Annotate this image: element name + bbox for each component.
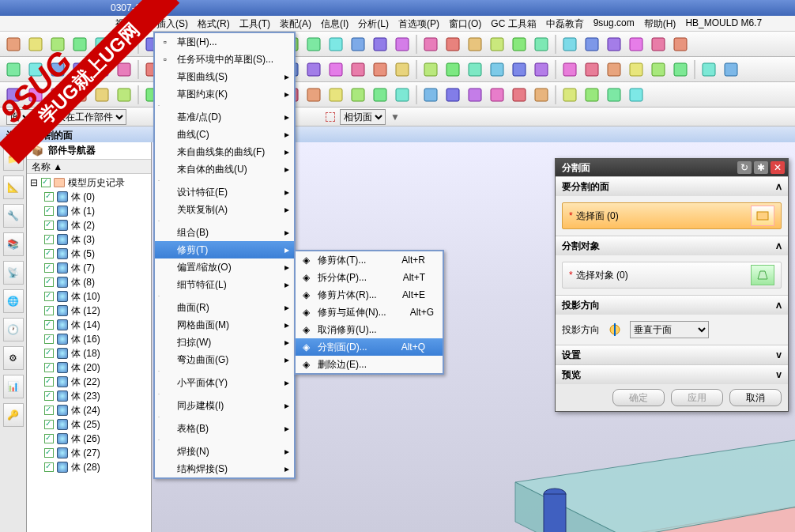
toolbar-button[interactable] bbox=[392, 34, 413, 55]
toolbar-button[interactable] bbox=[92, 59, 112, 80]
tree-item[interactable]: 体 (27) bbox=[30, 446, 148, 460]
menu-item[interactable]: ◈删除边(E)... bbox=[296, 356, 443, 373]
apply-button[interactable]: 应用 bbox=[671, 389, 723, 406]
toolbar-button[interactable] bbox=[721, 59, 741, 80]
tree-item[interactable]: 体 (28) bbox=[30, 460, 148, 474]
tree-item[interactable]: 体 (1) bbox=[30, 204, 148, 218]
toolbar-button[interactable] bbox=[509, 59, 529, 80]
toolbar-button[interactable] bbox=[487, 85, 507, 105]
toolbar-button[interactable] bbox=[648, 34, 669, 55]
tree-item[interactable]: 体 (23) bbox=[30, 389, 148, 403]
section-projection-header[interactable]: 投影方向ʌ bbox=[556, 296, 788, 315]
filter-select-1[interactable]: 面 bbox=[6, 109, 33, 125]
toolbar-button[interactable] bbox=[420, 59, 441, 80]
tree-item[interactable]: 体 (24) bbox=[30, 403, 148, 417]
dialog-titlebar[interactable]: 分割面 ↻ ✱ ✕ bbox=[556, 159, 788, 176]
toolbar-button[interactable] bbox=[509, 34, 529, 55]
navigator-column-header[interactable]: 名称 ▲ bbox=[27, 160, 151, 174]
menu-item[interactable]: 设计特征(E)▸ bbox=[155, 183, 294, 201]
toolbar-button[interactable] bbox=[465, 85, 485, 105]
tree-item[interactable]: 体 (22) bbox=[30, 375, 148, 389]
cancel-button[interactable]: 取消 bbox=[729, 389, 782, 406]
toolbar-button[interactable] bbox=[326, 59, 346, 80]
dialog-close-icon[interactable]: ✕ bbox=[771, 161, 785, 174]
toolbar-button[interactable] bbox=[3, 85, 24, 105]
menu-1[interactable]: 插入(S) bbox=[152, 16, 193, 31]
toolbar-button[interactable] bbox=[443, 34, 463, 55]
tree-item[interactable]: 体 (12) bbox=[30, 304, 148, 318]
section-settings-header[interactable]: 设置v bbox=[556, 345, 788, 364]
side-tab-3[interactable]: 📚 bbox=[3, 232, 24, 256]
toolbar-button[interactable] bbox=[370, 59, 390, 80]
toolbar-button[interactable] bbox=[465, 59, 485, 80]
side-tab-2[interactable]: 🔧 bbox=[3, 204, 24, 228]
toolbar-button[interactable] bbox=[303, 85, 324, 105]
toolbar-button[interactable] bbox=[531, 85, 552, 105]
tree-item[interactable]: 体 (16) bbox=[30, 332, 148, 346]
tree-item[interactable]: 体 (2) bbox=[30, 218, 148, 232]
toolbar-button[interactable] bbox=[348, 85, 368, 105]
select-face-row[interactable]: * 选择面 (0) bbox=[562, 202, 782, 229]
toolbar-button[interactable] bbox=[114, 59, 134, 80]
tree-root[interactable]: ⊟模型历史记录 bbox=[30, 175, 148, 190]
toolbar-button[interactable] bbox=[699, 59, 719, 80]
toolbar-button[interactable] bbox=[326, 85, 346, 105]
menu-3[interactable]: 工具(T) bbox=[235, 16, 275, 31]
menu-item[interactable]: 草图约束(K)▸ bbox=[155, 85, 294, 103]
menu-item[interactable]: 弯边曲面(G)▸ bbox=[155, 351, 294, 368]
menu-12[interactable]: 帮助(H) bbox=[639, 16, 681, 31]
toolbar-button[interactable] bbox=[114, 85, 134, 105]
toolbar-button[interactable] bbox=[392, 59, 413, 80]
side-tab-8[interactable]: 📊 bbox=[3, 375, 24, 398]
menu-item[interactable]: 曲线(C)▸ bbox=[155, 126, 294, 143]
toolbar-button[interactable] bbox=[25, 85, 46, 105]
toolbar-button[interactable] bbox=[604, 34, 624, 55]
toolbar-button[interactable] bbox=[443, 59, 463, 80]
toolbar-button[interactable] bbox=[626, 34, 646, 55]
menu-item[interactable]: 细节特征(L)▸ bbox=[155, 276, 294, 293]
toolbar-button[interactable] bbox=[3, 59, 24, 80]
tree-item[interactable]: 体 (8) bbox=[30, 275, 148, 289]
section-objects-header[interactable]: 分割对象ʌ bbox=[556, 236, 788, 255]
toolbar-button[interactable] bbox=[326, 34, 346, 55]
toolbar-button[interactable] bbox=[70, 59, 90, 80]
toolbar-button[interactable] bbox=[670, 34, 691, 55]
tree-item[interactable]: 体 (5) bbox=[30, 247, 148, 261]
toolbar-button[interactable] bbox=[487, 34, 507, 55]
menu-item[interactable]: 同步建模(I)▸ bbox=[155, 397, 294, 414]
menu-9[interactable]: GC 工具箱 bbox=[486, 16, 541, 31]
side-tab-9[interactable]: 🔑 bbox=[3, 403, 24, 427]
toolbar-button[interactable] bbox=[92, 85, 112, 105]
toolbar-button[interactable] bbox=[531, 59, 552, 80]
menu-item[interactable]: 曲面(R)▸ bbox=[155, 299, 294, 316]
filter-select-3[interactable]: 相切面 bbox=[340, 109, 386, 125]
menu-item[interactable]: 草图曲线(S)▸ bbox=[155, 68, 294, 85]
toolbar-button[interactable] bbox=[604, 59, 624, 80]
projection-select[interactable]: 垂直于面 bbox=[630, 321, 709, 338]
side-tab-7[interactable]: ⚙ bbox=[3, 346, 24, 370]
toolbar-button[interactable] bbox=[370, 85, 390, 105]
toolbar-button[interactable] bbox=[509, 85, 529, 105]
section-preview-header[interactable]: 预览v bbox=[556, 365, 788, 384]
dialog-settings-icon[interactable]: ✱ bbox=[754, 161, 768, 174]
menu-item[interactable]: 基准/点(D)▸ bbox=[155, 108, 294, 126]
menu-8[interactable]: 窗口(O) bbox=[444, 16, 486, 31]
tree-item[interactable]: 体 (14) bbox=[30, 318, 148, 332]
select-face-button[interactable] bbox=[751, 206, 774, 226]
toolbar-button[interactable] bbox=[420, 85, 441, 105]
menu-item[interactable]: 来自体的曲线(U)▸ bbox=[155, 160, 294, 178]
toolbar-button[interactable] bbox=[370, 34, 390, 55]
toolbar-button[interactable] bbox=[47, 85, 68, 105]
toolbar-button[interactable] bbox=[560, 34, 580, 55]
toolbar-button[interactable] bbox=[582, 34, 602, 55]
toolbar-button[interactable] bbox=[92, 34, 112, 55]
toolbar-button[interactable] bbox=[443, 85, 463, 105]
menu-0[interactable]: 视图(V) bbox=[111, 16, 152, 31]
tree-item[interactable]: 体 (3) bbox=[30, 232, 148, 247]
toolbar-button[interactable] bbox=[47, 34, 68, 55]
dialog-reset-icon[interactable]: ↻ bbox=[737, 161, 752, 174]
menu-5[interactable]: 信息(I) bbox=[316, 16, 353, 31]
toolbar-button[interactable] bbox=[47, 59, 68, 80]
toolbar-button[interactable] bbox=[303, 59, 324, 80]
menu-11[interactable]: 9sug.com bbox=[589, 16, 639, 31]
